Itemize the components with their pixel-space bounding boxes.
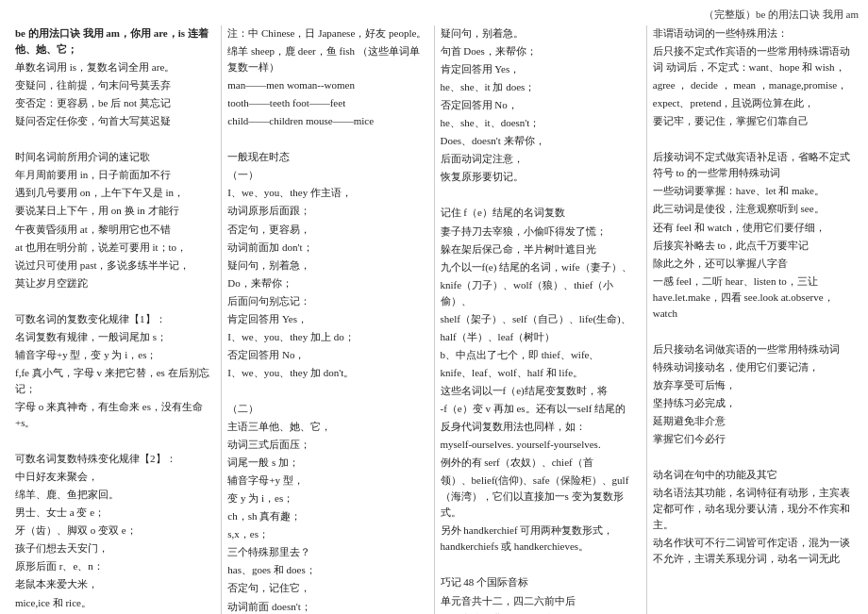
col1-title: be 的用法口诀 我用 am，你用 are，is 连着他、她、它； xyxy=(15,25,215,58)
col3-line: 疑问句，别着急。 xyxy=(441,25,641,41)
col1-line: 单数名词用 is，复数名词全用 are。 xyxy=(15,59,215,75)
col2-line: 否定回答用 No， xyxy=(227,347,427,363)
col3-line: he、she、it 加 does； xyxy=(441,79,641,95)
col1-line: 说过只可使用 past，多说多练半半记， xyxy=(15,257,215,274)
col1-line: 绵羊、鹿、鱼把家回。 xyxy=(15,487,215,503)
col3-line xyxy=(441,187,641,203)
col4-line: 动名词在句中的功能及其它 xyxy=(653,467,853,483)
col2-line: 主语三单他、她、它， xyxy=(227,419,427,435)
col4-line: agree ， decide ， mean ，manage,promise， xyxy=(653,77,853,93)
col1-line: 字母 o 来真神奇，有生命来 es，没有生命+s。 xyxy=(15,399,215,431)
col4-line: 一些动词要掌握：have、let 和 make。 xyxy=(653,183,853,199)
col1-line: 老鼠本来爱大米， xyxy=(15,576,215,592)
col1-line: f,fe 真小气，字母 v 来把它替，es 在后别忘记； xyxy=(15,365,215,397)
col2-line: （二） xyxy=(227,401,427,417)
col4-line: 后接动词不定式做宾语补足语，省略不定式符号 to 的一些常用特殊动词 xyxy=(653,149,853,181)
col4-line xyxy=(653,449,853,465)
col2-line: s,x，es； xyxy=(227,526,427,542)
col4-content: 非谓语动词的一些特殊用法：后只接不定式作宾语的一些常用特殊谓语动词 动词后，不定… xyxy=(653,25,853,567)
col4-line: 后接宾补略去 to，此点千万要牢记 xyxy=(653,238,853,254)
main-layout: be 的用法口诀 我用 am，你用 are，is 连着他、她、它； 单数名词用 … xyxy=(9,25,859,614)
col4-line: 后只接动名词做宾语的一些常用特殊动词 xyxy=(653,341,853,357)
col3-line: 领）、belief(信仰)、safe（保险柜）、gulf（海湾），它们以直接加一… xyxy=(441,473,641,521)
column-4: 非谓语动词的一些特殊用法：后只接不定式作宾语的一些常用特殊谓语动词 动词后，不定… xyxy=(647,25,859,614)
col2-line: Do，来帮你； xyxy=(227,275,427,291)
col2-line: 动词三式后面压； xyxy=(227,437,427,453)
col2-line: has、goes 和 does； xyxy=(227,562,427,578)
page-header: （完整版）be 的用法口诀 我用 am xyxy=(9,8,859,22)
col1-line: 名词复数有规律，一般词尾加 s； xyxy=(15,329,215,345)
col3-line: Does、doesn't 来帮你， xyxy=(441,133,641,149)
col2-line: 疑问句，别着急， xyxy=(227,257,427,274)
col3-line: 躲在架后保己命，半片树叶遮目光 xyxy=(441,241,641,257)
col2-line: 词尾一般 s 加； xyxy=(227,455,427,471)
col1-line: 原形后面 r、e、n： xyxy=(15,558,215,574)
column-2: 注：中 Chinese，日 Japanese，好友 people。绵羊 shee… xyxy=(222,25,434,614)
col4-line: 非谓语动词的一些特殊用法： xyxy=(653,25,853,41)
col1-line: 中日好友来聚会， xyxy=(15,469,215,485)
col2-line: 动词原形后面跟； xyxy=(227,203,427,219)
col3-line: 后面动词定注意， xyxy=(441,151,641,167)
col4-line: 后只接不定式作宾语的一些常用特殊谓语动词 动词后，不定式：want、hope 和… xyxy=(653,43,853,75)
col2-line: child——children mouse——mice xyxy=(227,113,427,129)
col3-line: 另外 handkerchief 可用两种复数形式，handkerchiefs 或… xyxy=(441,523,641,555)
col1-line: 变否定：更容易，be 后 not 莫忘记 xyxy=(15,95,215,111)
col2-line: 辅音字母+y 型， xyxy=(227,473,427,489)
col2-line: 否定句，记住它， xyxy=(227,580,427,596)
col4-line: 一感 feel，二听 hear、listen to，三让 have.let.ma… xyxy=(653,274,853,322)
col3-line: 否定回答用 No， xyxy=(441,97,641,113)
col1-content: 单数名词用 is，复数名词全用 are。变疑问，往前提，句末问号莫丢弃变否定：更… xyxy=(15,59,215,610)
col1-line: 辅音字母+y 型，变 y 为 i，es； xyxy=(15,347,215,363)
col2-line: 动词前面 doesn't； xyxy=(227,599,427,615)
col3-line: half（半）、leaf（树叶） xyxy=(441,329,641,345)
col3-line: 句首 Does，来帮你； xyxy=(441,43,641,59)
col4-line: 要记牢，要记住，掌握它们靠自己 xyxy=(653,113,853,129)
col3-line: knife、leaf、wolf、half 和 life。 xyxy=(441,365,641,381)
col2-line: I、we、you、they 作主语， xyxy=(227,185,427,201)
col3-line: knife（刀子）、wolf（狼）、thief（小偷）、 xyxy=(441,277,641,309)
col2-line: （一） xyxy=(227,167,427,183)
col2-line: 后面问句别忘记： xyxy=(227,293,427,309)
col1-line xyxy=(15,433,215,449)
col3-line: 妻子持刀去宰狼，小偷吓得发了慌； xyxy=(441,224,641,240)
col2-line: 三个特殊那里去？ xyxy=(227,544,427,560)
col3-line: 九个以一f(e) 结尾的名词，wife（妻子）、 xyxy=(441,259,641,275)
col3-line: 例外的有 serf（农奴）、chief（首 xyxy=(441,455,641,471)
col2-content: 注：中 Chinese，日 Japanese，好友 people。绵羊 shee… xyxy=(227,25,427,614)
col2-line: I、we、you、they 加上 do； xyxy=(227,329,427,345)
col1-line: 牙（齿）、脚双 o 变双 e； xyxy=(15,523,215,539)
col1-line: 孩子们想去天安门， xyxy=(15,540,215,556)
col3-line: -f（e）变 v 再加 es。还有以一self 结尾的 xyxy=(441,401,641,417)
col3-line: 这些名词以一f（e)结尾变复数时，将 xyxy=(441,383,641,399)
col2-line: man——men woman--women xyxy=(227,77,427,93)
col4-line: 掌握它们今必行 xyxy=(653,431,853,447)
col3-line: 双元音也好背，合口集中八个整 xyxy=(441,611,641,614)
col2-line xyxy=(227,383,427,399)
col2-line: ch，sh 真有趣； xyxy=(227,508,427,524)
col4-line: 此三动词是使役，注意观察听到 see。 xyxy=(653,201,853,217)
col1-line: 要说某日上下午，用 on 换 in 才能行 xyxy=(15,203,215,219)
column-1: be 的用法口诀 我用 am，你用 are，is 连着他、她、它； 单数名词用 … xyxy=(9,25,222,614)
col1-line: 莫让岁月空蹉跎 xyxy=(15,275,215,291)
col4-line: 还有 feel 和 watch，使用它们要仔细， xyxy=(653,220,853,236)
col3-line: 单元音共十二，四二六前中后 xyxy=(441,593,641,609)
col2-line: 否定句，更容易， xyxy=(227,222,427,238)
col3-content: 疑问句，别着急。句首 Does，来帮你；肯定回答用 Yes，he、she、it … xyxy=(441,25,641,614)
col2-line xyxy=(227,131,427,147)
col1-line: 年月周前要用 in，日子前面加不行 xyxy=(15,167,215,183)
col1-line: 午夜黄昏须用 at，黎明用它也不错 xyxy=(15,222,215,238)
col4-line xyxy=(653,324,853,340)
col3-line xyxy=(441,556,641,573)
col4-line: 放弃享受可后悔， xyxy=(653,377,853,393)
col1-line: 变疑问，往前提，句末问号莫丢弃 xyxy=(15,77,215,93)
col4-line: 动名语法其功能，名词特征有动形，主宾表定都可作，动名现分要认清，现分不作宾和主。 xyxy=(653,485,853,533)
col1-line: 男士、女士 a 变 e； xyxy=(15,505,215,521)
col1-line: 可数名词的复数变化规律【1】： xyxy=(15,311,215,327)
col4-line: 动名作状可不行二词皆可作定语，混为一谈不允许，主谓关系现分词，动名一词无此 xyxy=(653,535,853,567)
col2-line: 动词前面加 don't； xyxy=(227,240,427,256)
col3-line: 恢复原形要切记。 xyxy=(441,169,641,185)
col2-line: tooth——teeth foot——feet xyxy=(227,95,427,111)
col4-line: 除此之外，还可以掌握八字音 xyxy=(653,256,853,272)
col2-line: 一般现在时态 xyxy=(227,149,427,165)
col2-line: 注：中 Chinese，日 Japanese，好友 people。 xyxy=(227,25,427,41)
